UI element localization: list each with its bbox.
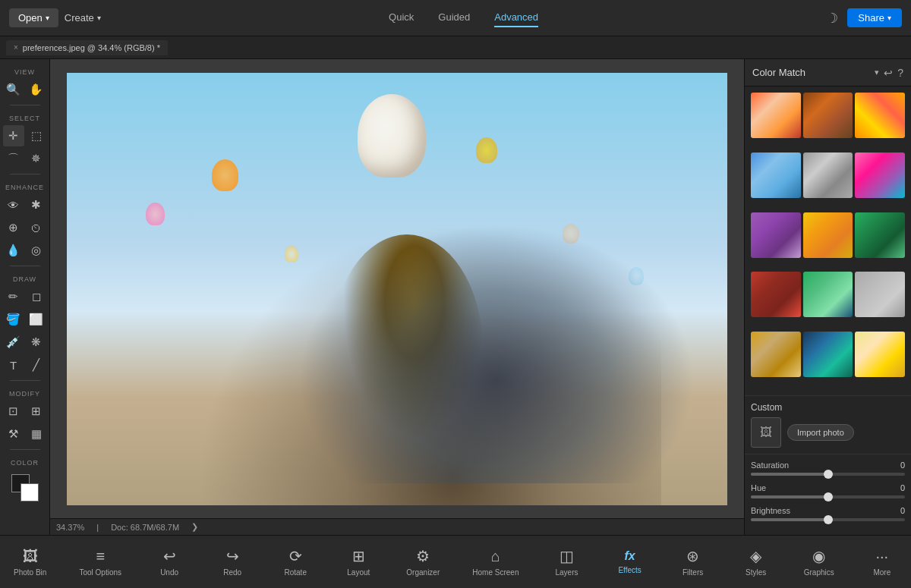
brush-tool[interactable]: ✏ [3,286,24,307]
create-button[interactable]: Create ▾ [65,12,101,24]
bottom-tool-effects[interactable]: fx Effects [607,545,653,579]
clone-tool[interactable]: ⊕ [3,217,24,238]
color-thumb-9[interactable] [855,212,905,258]
modify-tool-row-1: ⊡ ⊞ [3,401,47,422]
bottom-tool-redo[interactable]: ↪ Redo [210,542,255,581]
tab-quick[interactable]: Quick [389,8,414,27]
photo-bin-icon: 🖼 [23,548,38,565]
blur-tool[interactable]: ◎ [26,240,47,261]
tab-guided[interactable]: Guided [438,8,470,27]
enhance-tool-row-2: ⊕ ⏲ [3,217,47,238]
open-button[interactable]: Open ▾ [9,8,58,27]
bottom-tool-filters[interactable]: ⊛ Filters [670,542,716,581]
import-photo-button[interactable]: Import photo [787,424,854,441]
bottom-tool-more[interactable]: ··· More [859,543,905,581]
home-screen-icon: ⌂ [491,548,500,565]
bottom-tool-organizer[interactable]: ⚙ Organizer [399,542,447,581]
color-thumb-2[interactable] [803,93,853,138]
bottom-tool-photo-bin[interactable]: 🖼 Photo Bin [6,543,54,581]
dodge-tool[interactable]: 💧 [3,240,24,261]
marquee-tool[interactable]: ⬚ [26,125,47,146]
panel-back-button[interactable]: ↩ [884,67,893,79]
color-thumb-15[interactable] [855,332,905,377]
color-thumb-1[interactable] [751,93,801,138]
hue-track[interactable] [751,495,905,498]
panel-dropdown-button[interactable]: ▾ [875,68,879,77]
rotate-icon: ⟳ [289,547,302,565]
share-button[interactable]: Share ▾ [847,8,902,27]
pen-tool[interactable]: ╱ [26,354,47,376]
left-toolbar: VIEW 🔍 ✋ SELECT ✛ ⬚ ⌒ ✵ ENHANCE 👁 ✱ ⊕ ⏲ … [0,59,50,535]
bottom-tool-layout[interactable]: ⊞ Layout [336,542,381,581]
panel-help-button[interactable]: ? [897,67,903,79]
eye-tool[interactable]: 👁 [3,194,24,215]
eyedropper-tool[interactable]: 💉 [3,332,24,353]
organizer-icon: ⚙ [416,547,430,565]
bottom-tool-styles[interactable]: ◈ Styles [733,542,779,581]
stamp-tool[interactable]: ⏲ [26,217,47,238]
hue-value: 0 [900,483,905,492]
color-swatches[interactable] [11,474,39,502]
bottom-tool-graphics[interactable]: ◉ Graphics [796,542,842,581]
recompose-tool[interactable]: ⚒ [3,423,24,445]
shape-tool[interactable]: ⬜ [26,309,47,330]
color-thumb-12[interactable] [855,272,905,317]
nav-arrow-right: ❯ [191,522,198,532]
color-thumb-4[interactable] [751,153,801,198]
doc-tab[interactable]: × preferences.jpeg @ 34.4% (RGB/8) * [6,40,168,55]
zoom-tool[interactable]: 🔍 [3,79,24,100]
text-tool[interactable]: T [3,354,24,376]
content-aware-tool[interactable]: ▦ [26,423,47,445]
undo-label: Undo [160,568,178,577]
saturation-label: Saturation [751,461,789,470]
redo-icon: ↪ [226,547,239,565]
layers-label: Layers [556,568,578,577]
bottom-tool-undo[interactable]: ↩ Undo [147,542,192,581]
balloon-main [358,94,426,178]
canvas-container[interactable] [50,59,744,518]
tab-advanced[interactable]: Advanced [494,8,538,27]
hand-tool[interactable]: ✋ [26,79,47,100]
magic-tool[interactable]: ✵ [26,148,47,169]
spot-heal-tool[interactable]: ✱ [26,194,47,215]
saturation-thumb[interactable] [824,470,833,479]
saturation-track[interactable] [751,473,905,476]
color-thumb-14[interactable] [803,332,853,377]
bottom-tool-layers[interactable]: ◫ Layers [544,542,590,581]
color-thumb-5[interactable] [803,153,853,198]
color-thumb-13[interactable] [751,332,801,377]
background-color[interactable] [20,483,39,502]
share-chevron-icon: ▾ [887,14,891,22]
sliders-section: Saturation 0 Hue 0 [745,454,911,535]
color-thumb-6[interactable] [855,153,905,198]
divider-2 [10,174,40,175]
lasso-tool[interactable]: ⌒ [3,148,24,169]
color-thumb-7[interactable] [751,212,801,258]
brightness-thumb[interactable] [824,515,833,524]
paint-bucket-tool[interactable]: 🪣 [3,309,24,330]
hue-header: Hue 0 [751,483,905,492]
bottom-tool-rotate[interactable]: ⟳ Rotate [273,542,318,581]
crop-tool[interactable]: ⊡ [3,401,24,422]
enhance-tool-row-1: 👁 ✱ [3,194,47,215]
hue-thumb[interactable] [824,492,833,502]
brightness-track[interactable] [751,518,905,521]
saturation-header: Saturation 0 [751,461,905,470]
tool-options-label: Tool Options [79,568,121,577]
layout-label: Layout [347,568,370,577]
color-thumb-3[interactable] [855,93,905,138]
color-thumb-10[interactable] [751,272,801,317]
custom-shape-tool[interactable]: ❋ [26,332,47,353]
transform-tool[interactable]: ⊞ [26,401,47,422]
doc-close-icon[interactable]: × [14,43,18,52]
styles-label: Styles [746,568,766,577]
color-thumb-11[interactable] [803,272,853,317]
bottom-tool-home-screen[interactable]: ⌂ Home Screen [465,543,526,581]
color-thumb-8[interactable] [803,212,853,258]
zoom-level: 34.37% [56,523,84,532]
jacket-figure [298,224,695,483]
move-tool[interactable]: ✛ [3,125,24,146]
eraser-tool[interactable]: ◻ [26,286,47,307]
bottom-tool-tool-options[interactable]: ≡ Tool Options [71,543,129,581]
brightness-fill [751,518,828,521]
